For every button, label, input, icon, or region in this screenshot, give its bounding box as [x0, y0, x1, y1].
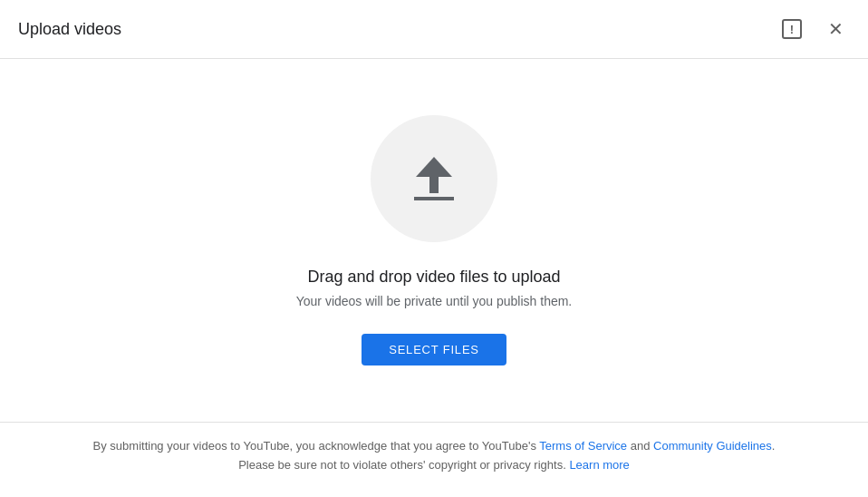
dialog-footer: By submitting your videos to YouTube, yo… [0, 422, 868, 497]
close-button[interactable]: ✕ [821, 15, 850, 44]
header-icons: ✕ [777, 15, 850, 44]
footer-line1-middle: and [627, 439, 653, 453]
footer-line2: Please be sure not to violate others' co… [18, 456, 850, 475]
community-guidelines-link[interactable]: Community Guidelines [653, 439, 772, 453]
footer-line1-prefix: By submitting your videos to YouTube, yo… [93, 439, 540, 453]
footer-line1-suffix: . [772, 439, 776, 453]
close-icon: ✕ [828, 18, 844, 40]
footer-line1: By submitting your videos to YouTube, yo… [18, 437, 850, 456]
feedback-button[interactable] [777, 15, 806, 44]
footer-line2-prefix: Please be sure not to violate others' co… [238, 458, 566, 472]
upload-main-text: Drag and drop video files to upload [307, 268, 560, 287]
dialog-title: Upload videos [18, 20, 121, 39]
arrow-stem [429, 177, 439, 193]
dialog-body: Drag and drop video files to upload Your… [0, 59, 868, 422]
learn-more-link[interactable]: Learn more [569, 458, 629, 472]
dialog-header: Upload videos ✕ [0, 0, 868, 59]
arrow-base [414, 197, 454, 200]
upload-sub-text: Your videos will be private until you pu… [296, 294, 573, 308]
upload-circle [371, 115, 497, 242]
upload-arrow-icon [414, 157, 454, 200]
feedback-icon [782, 19, 802, 39]
terms-of-service-link[interactable]: Terms of Service [539, 439, 627, 453]
arrow-up [416, 157, 452, 177]
select-files-button[interactable]: SELECT FILES [362, 334, 506, 365]
upload-videos-dialog: Upload videos ✕ Drag and drop video file… [0, 0, 868, 497]
